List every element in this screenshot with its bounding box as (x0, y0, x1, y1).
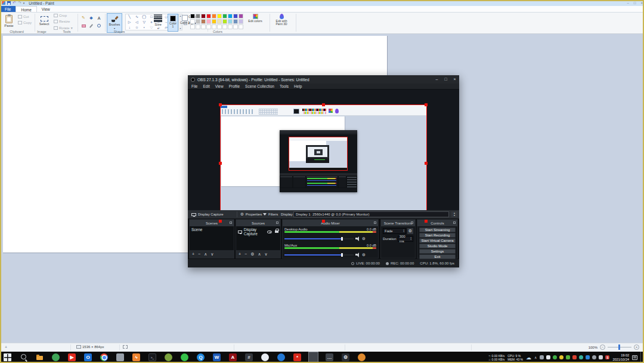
zoom-slider-handle[interactable] (618, 344, 620, 350)
palette-swatch[interactable] (217, 24, 222, 29)
palette-swatch[interactable] (212, 24, 216, 29)
select-button[interactable]: Select (36, 13, 52, 29)
tab-file[interactable]: File (0, 6, 16, 12)
tray-mic-icon[interactable] (546, 355, 550, 359)
palette-swatch[interactable] (196, 24, 200, 29)
palette-swatch[interactable] (228, 19, 233, 24)
shape-button[interactable]: ▽ (143, 20, 145, 24)
paint-maximize-button[interactable]: □ (634, 0, 636, 6)
selected-source[interactable]: Display Capture (191, 210, 224, 219)
speaker-icon[interactable] (355, 253, 360, 257)
capture-handle[interactable] (425, 162, 428, 165)
obs-menu-edit[interactable]: Edit (203, 84, 209, 88)
obs-menu-scene-collection[interactable]: Scene Collection (245, 84, 274, 88)
taskbar-icon-obs-studio[interactable] (308, 352, 318, 363)
capture-handle[interactable] (322, 103, 325, 106)
move-source-down-button[interactable]: ∨ (265, 252, 268, 257)
taskbar-icon-white-app[interactable] (260, 352, 270, 363)
capture-handle[interactable] (219, 220, 222, 223)
obs-minimize-button[interactable]: – (432, 75, 441, 84)
palette-swatch[interactable] (239, 24, 243, 29)
obs-close-button[interactable]: × (450, 75, 459, 84)
taskbar-icon-file-explorer[interactable] (35, 352, 45, 363)
remove-source-button[interactable]: − (244, 252, 247, 256)
volume-slider-handle[interactable] (341, 237, 343, 241)
tray-sogou-icon[interactable]: S (605, 355, 609, 359)
shape-button[interactable]: ▷ (128, 20, 131, 24)
start-streaming-button[interactable]: Start Streaming (419, 227, 456, 232)
panel-pin-icon[interactable] (276, 222, 278, 224)
palette-swatch[interactable] (217, 14, 222, 19)
size-button[interactable]: Size ▾ (150, 14, 166, 30)
palette-swatch[interactable] (212, 19, 216, 24)
show-desktop-button[interactable] (640, 352, 643, 363)
palette-swatch[interactable] (233, 24, 238, 29)
taskbar-icon-search[interactable] (18, 352, 29, 363)
taskbar-icon-chrome[interactable] (99, 352, 109, 363)
display-select-spinner[interactable]: ▴ ▾ (451, 211, 457, 217)
channel-settings-gear-icon[interactable]: ⚙ (362, 236, 366, 241)
palette-swatch[interactable] (239, 19, 243, 24)
panel-pin-icon[interactable] (374, 222, 376, 224)
taskbar-icon-terminal[interactable]: >_ (147, 352, 157, 363)
copy-button[interactable]: Copy (18, 21, 32, 24)
palette-swatch[interactable] (190, 24, 195, 29)
taskbar-icon-flash-app[interactable]: ϟ (131, 352, 141, 363)
action-center-icon[interactable] (632, 355, 637, 360)
obs-menu-view[interactable]: View (215, 84, 224, 88)
palette-swatch[interactable] (228, 24, 233, 29)
palette-swatch[interactable] (206, 14, 211, 19)
capture-handle[interactable] (219, 162, 222, 165)
tray-gray-dot-icon[interactable] (592, 355, 596, 359)
taskbar-icon-settings[interactable]: ⚙ (340, 352, 351, 363)
quick-access-more-icon[interactable]: ▾ (23, 1, 25, 5)
zoom-in-button[interactable]: + (634, 344, 639, 350)
settings-button[interactable]: Settings (419, 249, 456, 254)
mixer-panel-header[interactable]: Audio Mixer (283, 220, 378, 226)
capture-handle[interactable] (425, 103, 428, 106)
network-speed-indicator[interactable]: ↑: 0.00 KB/s ↓: 0.00 KB/s (488, 354, 504, 361)
zoom-slider[interactable] (608, 347, 631, 347)
obs-menu-tools[interactable]: Tools (280, 84, 289, 88)
palette-swatch[interactable] (201, 19, 206, 24)
lock-icon[interactable] (275, 230, 278, 233)
properties-button[interactable]: ⚙ Properties (240, 210, 262, 219)
palette-swatch[interactable] (190, 14, 195, 19)
cpu-mem-indicator[interactable]: CPU: 9 % MEM: 43 % (507, 354, 523, 361)
taskbar-icon-orange-browser[interactable] (357, 352, 367, 363)
shape-button[interactable]: ◁ (135, 20, 138, 24)
palette-swatch[interactable] (222, 14, 227, 19)
tab-view[interactable]: View (37, 6, 55, 12)
taskbar-icon-youtube[interactable]: ▶ (67, 352, 77, 363)
taskbar-icon-calculator[interactable]: # (244, 352, 254, 363)
palette-swatch[interactable] (206, 19, 211, 24)
palette-swatch[interactable] (222, 19, 227, 24)
filters-button[interactable]: Filters (263, 210, 278, 219)
volume-slider[interactable] (284, 254, 354, 256)
duration-spinbox[interactable]: 300 ms ▴▾ (398, 236, 413, 242)
source-properties-button[interactable]: ⚙ (250, 252, 254, 257)
obs-capture-source[interactable] (220, 104, 427, 222)
transition-select[interactable]: Fade ▴▾ (383, 228, 406, 234)
color1-button[interactable]: Color 1 (168, 14, 178, 32)
capture-handle[interactable] (322, 220, 325, 223)
cut-button[interactable]: Cut (18, 15, 29, 19)
tab-home[interactable]: Home (16, 6, 36, 12)
palette-swatch[interactable] (222, 24, 227, 29)
studio-mode-button[interactable]: Studio Mode (419, 244, 456, 248)
shape-button[interactable]: ↓ (129, 25, 131, 30)
obs-menu-profile[interactable]: Profile (229, 84, 240, 88)
move-scene-up-button[interactable]: ∧ (204, 252, 207, 257)
undo-icon[interactable]: ↶ (13, 1, 16, 5)
panel-pin-icon[interactable] (411, 222, 413, 224)
obs-menu-file[interactable]: File (191, 84, 197, 88)
move-source-up-button[interactable]: ∧ (258, 252, 261, 257)
start-recording-button[interactable]: Start Recording (419, 233, 456, 238)
exit-button[interactable]: Exit (419, 254, 456, 259)
eraser-tool[interactable] (80, 22, 87, 29)
zoom-out-button[interactable]: − (600, 344, 605, 350)
palette-swatch[interactable] (212, 14, 216, 19)
panel-pin-icon[interactable] (230, 222, 232, 224)
taskbar-clock[interactable]: 19:02 2021/10/24 (612, 353, 629, 361)
sources-panel-header[interactable]: Sources (236, 220, 280, 226)
